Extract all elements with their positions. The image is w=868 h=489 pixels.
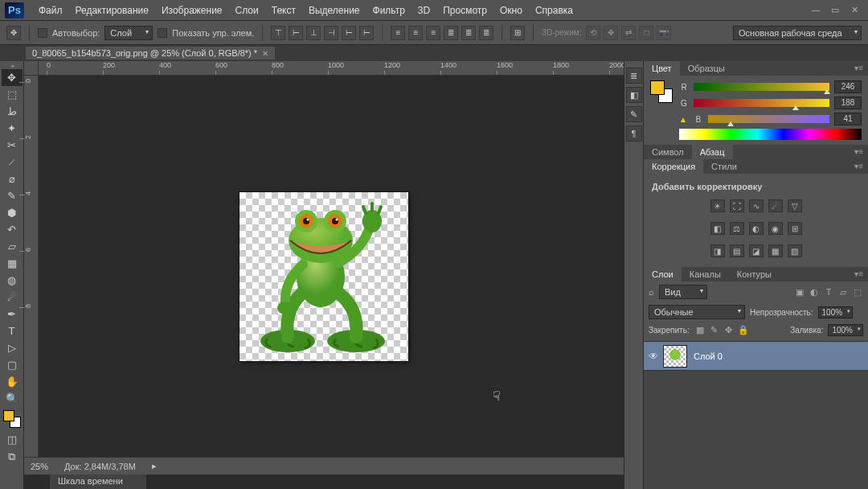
- layer-visibility-icon[interactable]: 👁: [644, 351, 663, 362]
- adj-invert-icon[interactable]: ◨: [710, 244, 725, 257]
- tab-channels[interactable]: Каналы: [682, 267, 729, 281]
- 3d-camera-icon[interactable]: 📷: [657, 26, 671, 40]
- gradient-tool-icon[interactable]: ▦: [2, 255, 23, 272]
- canvas-viewport[interactable]: ☟: [39, 76, 624, 457]
- r-slider[interactable]: [694, 83, 829, 91]
- layer-row[interactable]: 👁 Слой 0: [644, 342, 868, 371]
- quickmask-tool-icon[interactable]: ◫: [2, 431, 23, 448]
- align-left-icon[interactable]: ⊣: [324, 26, 338, 40]
- window-restore-icon[interactable]: ▭: [829, 5, 841, 15]
- tab-layers[interactable]: Слои: [644, 267, 682, 281]
- toolbox-collapse-icon[interactable]: [0, 63, 23, 69]
- magic-wand-tool-icon[interactable]: ✦: [2, 120, 23, 137]
- eyedropper-tool-icon[interactable]: ⟋: [2, 154, 23, 171]
- adj-posterize-icon[interactable]: ▤: [730, 244, 744, 257]
- align-right-icon[interactable]: ⊢: [359, 26, 374, 40]
- lock-position-icon[interactable]: ✥: [723, 325, 735, 335]
- paragraph-panel-icon[interactable]: ¶: [626, 125, 642, 142]
- close-x-icon[interactable]: ✕: [262, 49, 268, 58]
- properties-panel-icon[interactable]: ◧: [626, 87, 642, 103]
- panel-menu-icon[interactable]: ▾≡: [850, 61, 868, 76]
- adj-hue-icon[interactable]: ◧: [710, 222, 725, 235]
- layer-name[interactable]: Слой 0: [694, 351, 723, 361]
- auto-align-icon[interactable]: ⊞: [510, 26, 525, 40]
- menu-help[interactable]: Справка: [529, 2, 579, 19]
- autoselect-checkbox[interactable]: [38, 28, 47, 38]
- pen-tool-icon[interactable]: ✒: [2, 306, 23, 323]
- history-panel-icon[interactable]: ≣: [626, 68, 642, 84]
- layer-list[interactable]: 👁 Слой 0: [644, 342, 868, 489]
- menu-text[interactable]: Текст: [265, 2, 302, 19]
- dist-hcenter-icon[interactable]: ≣: [461, 26, 476, 40]
- 3d-move-icon[interactable]: ⇄: [621, 26, 636, 40]
- menu-edit[interactable]: Редактирование: [69, 2, 155, 19]
- tab-paragraph[interactable]: Абзац: [692, 145, 733, 159]
- menu-3d[interactable]: 3D: [411, 2, 436, 19]
- filter-pixel-icon[interactable]: ▣: [794, 286, 805, 298]
- lock-all-icon[interactable]: 🔒: [738, 325, 749, 335]
- marquee-tool-icon[interactable]: ⬚: [2, 86, 23, 103]
- menu-layers[interactable]: Слои: [229, 2, 265, 19]
- eraser-tool-icon[interactable]: ▱: [2, 238, 23, 255]
- g-value[interactable]: 188: [834, 97, 862, 109]
- brush-tool-icon[interactable]: ✎: [2, 187, 23, 204]
- gamut-warning-icon[interactable]: ▲: [679, 115, 687, 124]
- document-tab[interactable]: 0_80065_b154b573_orig.png @ 25% (Слой 0,…: [26, 47, 275, 60]
- move-tool-indicator-icon[interactable]: ✥: [6, 26, 21, 40]
- layer-thumbnail[interactable]: [663, 345, 687, 368]
- 3d-orbit-icon[interactable]: ⟲: [586, 26, 600, 40]
- window-minimize-icon[interactable]: —: [810, 5, 821, 15]
- panel-menu-icon[interactable]: ▾≡: [850, 159, 868, 174]
- blur-tool-icon[interactable]: ◍: [2, 272, 23, 289]
- healing-brush-tool-icon[interactable]: ⌀: [2, 171, 23, 187]
- filter-shape-icon[interactable]: ▱: [837, 286, 849, 298]
- ruler-horizontal[interactable]: 0 200 400 600 800 1000 1200 1400 1600 18…: [24, 61, 624, 76]
- tab-color[interactable]: Цвет: [644, 61, 680, 76]
- 3d-pan-icon[interactable]: ✥: [604, 26, 618, 40]
- filter-type-icon[interactable]: T: [823, 286, 834, 298]
- zoom-tool-icon[interactable]: 🔍: [2, 390, 23, 407]
- move-tool-icon[interactable]: ✥: [2, 69, 23, 86]
- align-vcenter-icon[interactable]: ⊢: [289, 26, 303, 40]
- tab-paths[interactable]: Контуры: [729, 267, 780, 281]
- spectrum-ramp[interactable]: [679, 129, 862, 140]
- b-value[interactable]: 41: [834, 113, 862, 125]
- timeline-tab[interactable]: Шкала времени: [50, 475, 146, 489]
- doc-info[interactable]: Док: 2,84M/3,78M: [64, 462, 136, 471]
- layer-filter-dropdown[interactable]: Вид: [659, 285, 707, 299]
- dodge-tool-icon[interactable]: ☄: [2, 289, 23, 306]
- lock-transparency-icon[interactable]: ▩: [694, 325, 706, 335]
- menu-window[interactable]: Окно: [493, 2, 529, 19]
- menu-file[interactable]: Файл: [32, 2, 69, 19]
- dist-right-icon[interactable]: ≣: [479, 26, 493, 40]
- filter-smart-icon[interactable]: ⬚: [852, 286, 863, 298]
- dist-vcenter-icon[interactable]: ≡: [408, 26, 423, 40]
- align-top-icon[interactable]: ⊤: [271, 26, 285, 40]
- type-tool-icon[interactable]: T: [2, 323, 23, 339]
- adj-brightness-icon[interactable]: ☀: [710, 199, 725, 212]
- adj-bw-icon[interactable]: ◐: [749, 222, 764, 235]
- adj-vibrance-icon[interactable]: ▽: [788, 199, 802, 212]
- adj-threshold-icon[interactable]: ◪: [749, 244, 764, 257]
- dist-left-icon[interactable]: ≣: [444, 26, 458, 40]
- tab-character[interactable]: Символ: [644, 145, 692, 159]
- ruler-vertical[interactable]: 0 2 4 6 8: [24, 76, 39, 457]
- menu-filter[interactable]: Фильтр: [366, 2, 411, 19]
- adj-exposure-icon[interactable]: ☄: [768, 199, 783, 212]
- show-controls-checkbox[interactable]: [158, 28, 167, 38]
- filter-adjust-icon[interactable]: ◐: [809, 286, 820, 298]
- workspace-dropdown[interactable]: Основная рабочая среда: [733, 26, 862, 40]
- g-slider[interactable]: [694, 99, 829, 107]
- blend-mode-dropdown[interactable]: Обычные: [649, 305, 745, 319]
- adj-selective-icon[interactable]: ▧: [788, 244, 802, 257]
- tab-adjustments[interactable]: Коррекция: [644, 159, 703, 174]
- window-close-icon[interactable]: ✕: [849, 5, 860, 15]
- adj-colorbalance-icon[interactable]: ⚖: [730, 222, 744, 235]
- align-hcenter-icon[interactable]: ⊢: [342, 26, 356, 40]
- opacity-input[interactable]: 100%: [818, 306, 854, 318]
- adj-curves-icon[interactable]: ∿: [749, 199, 764, 212]
- adj-gradientmap-icon[interactable]: ▦: [768, 244, 783, 257]
- align-bottom-icon[interactable]: ⊥: [306, 26, 321, 40]
- menu-image[interactable]: Изображение: [155, 2, 229, 19]
- zoom-level[interactable]: 25%: [31, 462, 48, 471]
